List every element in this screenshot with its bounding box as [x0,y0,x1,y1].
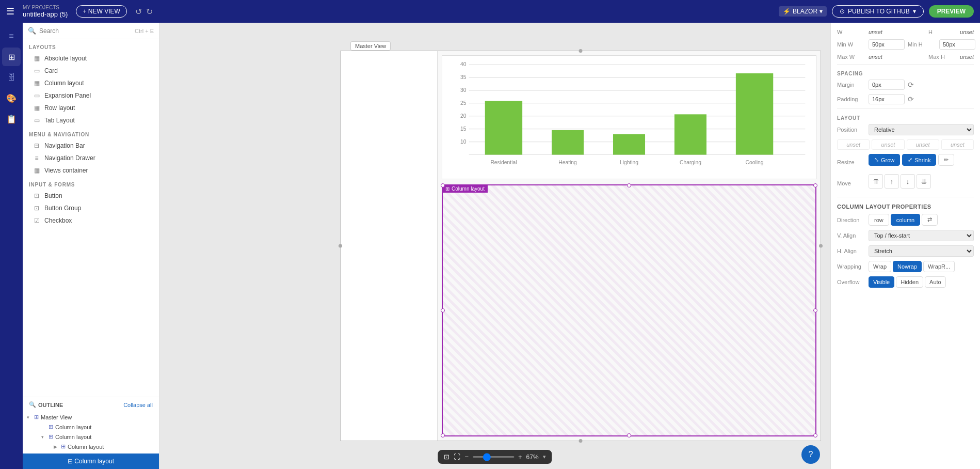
sidebar-item-button[interactable]: ⊡ Button [23,190,159,202]
sidebar-item-absolute-layout[interactable]: ▦ Absolute layout [23,52,159,65]
frame-handle-left[interactable] [339,244,342,248]
outline-column-layout-2[interactable]: ▾ ⊞ Column layout [23,432,159,442]
app-info: MY PROJECTS untitled-app (5) [23,5,68,18]
fit-icon[interactable]: ⊡ [444,453,449,461]
outline-column-layout-3[interactable]: ▶ ⊞ Column layout [23,442,159,451]
menu-icon[interactable]: ☰ [6,6,14,17]
blazor-badge[interactable]: ⚡ BLAZOR ▾ [779,6,827,17]
valign-select[interactable]: Top / flex-start Center Bottom / flex-en… [869,230,974,241]
svg-text:30: 30 [460,87,466,93]
zoom-out-icon[interactable]: − [464,453,469,461]
margin-link-icon[interactable]: ⟳ [908,81,914,89]
sidebar-item-card[interactable]: ▭ Card [23,65,159,77]
sidebar-item-tab-layout[interactable]: ▭ Tab Layout [23,114,159,127]
shrink-icon: ⤢ [908,157,912,163]
shrink-button[interactable]: ⤢ Shrink [902,154,936,166]
direction-toggle-button[interactable]: ⇄ [922,214,938,226]
padding-input[interactable] [869,94,905,104]
help-button[interactable]: ? [801,445,820,464]
frame-handle-bottom[interactable] [579,439,583,443]
undo-redo-group: ↺ ↻ [135,7,153,17]
column-layout-chip-label: Column layout [452,186,485,192]
padding-row: Padding ⟳ [837,94,974,104]
sidebar-item-expansion-panel[interactable]: ▭ Expansion Panel [23,89,159,102]
fullscreen-icon[interactable]: ⛶ [454,453,460,461]
search-shortcut: Ctrl + E [135,28,154,34]
move-down-btn[interactable]: ↓ [901,174,915,189]
redo-icon[interactable]: ↻ [146,7,153,17]
frame-handle-right[interactable] [819,244,823,248]
icon-bar-layers[interactable]: ≡ [2,27,21,45]
icon-bar-pages[interactable]: 📋 [2,110,21,128]
pos-right: unset [872,139,904,150]
new-view-button[interactable]: + NEW VIEW [76,5,126,18]
halign-select[interactable]: Stretch Start Center End [869,245,974,257]
resize-handle-ml[interactable] [441,308,445,312]
outline-master-view[interactable]: ▾ ⊞ Master View [23,412,159,422]
resize-handle-br[interactable] [813,433,817,437]
sidebar-item-label: Expansion Panel [44,92,91,99]
visible-button[interactable]: Visible [869,276,894,288]
zoom-in-icon[interactable]: + [518,453,522,461]
sidebar-item-views-container[interactable]: ▦ Views container [23,164,159,177]
position-select[interactable]: Relative Absolute Fixed [869,124,974,135]
icon-bar-theme[interactable]: 🎨 [2,89,21,107]
resize-handle-tl[interactable] [441,183,445,187]
move-top-btn[interactable]: ⇈ [869,174,883,189]
chart-area: 40 35 30 25 20 15 10 [442,55,816,179]
svg-text:20: 20 [460,113,466,119]
sidebar-item-column-layout[interactable]: ▦ Column layout [23,77,159,89]
zoom-slider[interactable] [473,456,514,458]
card-icon: ▭ [33,67,40,74]
position-row: Position Relative Absolute Fixed [837,124,974,135]
sidebar-item-button-group[interactable]: ⊡ Button Group [23,202,159,214]
sidebar-item-navigation-bar[interactable]: ⊟ Navigation Bar [23,139,159,152]
collapse-all-link[interactable]: Collapse all [123,402,153,408]
wrap-button[interactable]: Wrap [869,261,891,272]
sidebar-item-checkbox[interactable]: ☑ Checkbox [23,214,159,227]
top-bar: ☰ MY PROJECTS untitled-app (5) + NEW VIE… [0,0,980,23]
outline-column-layout-1[interactable]: ⊞ Column layout [23,422,159,432]
resize-handle-tr[interactable] [813,183,817,187]
sidebar-item-navigation-drawer[interactable]: ≡ Navigation Drawer [23,152,159,164]
move-bottom-btn[interactable]: ⇊ [917,174,931,189]
search-input[interactable] [39,27,132,35]
resize-handle-mr[interactable] [813,308,817,312]
move-up-btn[interactable]: ↑ [885,174,899,189]
min-h-input[interactable] [939,39,975,50]
resize-handle-bl[interactable] [441,433,445,437]
resize-handle-bc[interactable] [627,433,631,437]
icon-bar-components[interactable]: ⊞ [2,48,21,66]
resize-btn-group: ⤡ Grow ⤢ Shrink ✏ [869,154,954,166]
sidebar: 🔍 Ctrl + E LAYOUTS ▦ Absolute layout ▭ C… [23,23,159,469]
nowrap-button[interactable]: Nowrap [893,261,922,272]
layout-section-label: LAYOUT [837,115,974,121]
resize-handle-tc[interactable] [627,183,631,187]
wrap-btn-group: Wrap Nowrap WrapR... [869,261,955,272]
h-value: unset [960,29,974,35]
preview-button[interactable]: PREVIEW [929,5,974,18]
direction-column-button[interactable]: column [891,214,920,226]
min-w-input[interactable] [869,39,905,50]
add-column-layout-button[interactable]: ⊟ Column layout [23,454,159,469]
icon-bar-data[interactable]: 🗄 [2,68,21,87]
frame-handle-top[interactable] [579,49,583,53]
canvas-frame: 40 35 30 25 20 15 10 [340,51,821,441]
direction-row-button[interactable]: row [869,214,889,226]
undo-icon[interactable]: ↺ [135,7,142,17]
publish-button[interactable]: ⊙ PUBLISH TO GITHUB ▾ [832,5,924,18]
zoom-dropdown-icon[interactable]: ▾ [543,454,546,460]
halign-row: H. Align Stretch Start Center End [837,245,974,257]
wrapr-button[interactable]: WrapR... [923,261,955,272]
outline-item-label: Column layout [55,434,91,440]
grow-button[interactable]: ⤡ Grow [869,154,900,166]
min-wh-row: Min W Min H [837,39,974,50]
resize-edit-button[interactable]: ✏ [938,154,954,166]
projects-label: MY PROJECTS [23,5,68,10]
padding-link-icon[interactable]: ⟳ [908,95,914,103]
sidebar-item-row-layout[interactable]: ▦ Row layout [23,102,159,114]
margin-input[interactable] [869,80,905,90]
hidden-button[interactable]: Hidden [896,276,923,288]
auto-button[interactable]: Auto [925,276,946,288]
overflow-btn-group: Visible Hidden Auto [869,276,946,288]
